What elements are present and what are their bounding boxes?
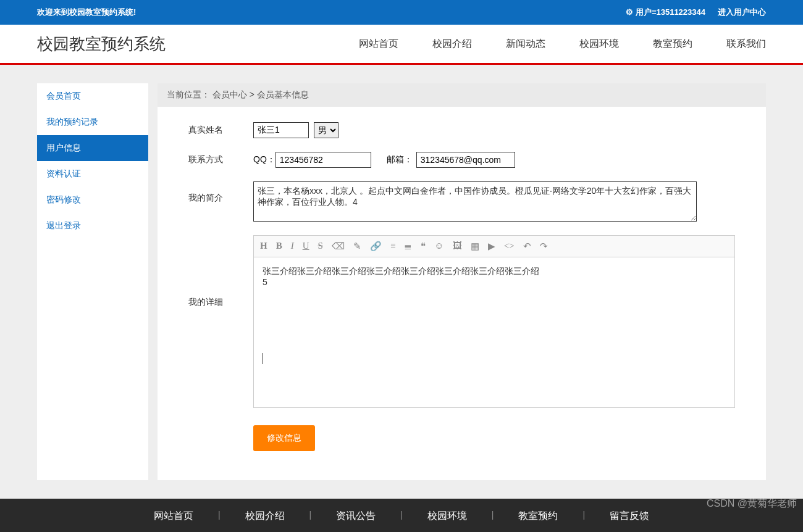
submit-button[interactable]: 修改信息 (253, 425, 315, 451)
tool-list-icon[interactable]: ≡ (390, 241, 395, 252)
input-qq[interactable] (275, 152, 371, 168)
footer-link-env[interactable]: 校园环境 (427, 510, 467, 523)
main-nav: 网站首页 校园介绍 新闻动态 校园环境 教室预约 联系我们 (359, 38, 766, 51)
topbar: 欢迎来到校园教室预约系统! 用户=13511223344 进入用户中心 (0, 0, 803, 25)
textarea-intro[interactable] (253, 181, 697, 222)
watermark: CSDN @黄菊华老师 (707, 497, 797, 510)
row-detail: 我的详细 H B I U S ⌫ ✎ 🔗 ≡ ≣ ❝ ☺ (188, 235, 735, 408)
user-center-link[interactable]: 进入用户中心 (718, 7, 766, 18)
header: 校园教室预约系统 网站首页 校园介绍 新闻动态 校园环境 教室预约 联系我们 (0, 25, 803, 65)
editor-detail[interactable] (254, 257, 734, 405)
select-gender[interactable]: 男 (314, 122, 338, 138)
row-intro: 我的简介 (188, 181, 735, 222)
nav-booking[interactable]: 教室预约 (653, 38, 692, 51)
nav-home[interactable]: 网站首页 (359, 38, 398, 51)
tool-heading-icon[interactable]: H (260, 241, 267, 252)
tool-link-icon[interactable]: 🔗 (370, 241, 382, 252)
sidebar-item-password[interactable]: 密码修改 (37, 187, 148, 213)
tool-strike-icon[interactable]: S (318, 241, 323, 252)
content-area: 会员首页 我的预约记录 用户信息 资料认证 密码修改 退出登录 当前位置： 会员… (0, 65, 803, 499)
tool-underline-icon[interactable]: U (303, 241, 309, 252)
form-area: 真实姓名 男 联系方式 QQ： 邮箱： 我的简介 我的详细 (158, 107, 766, 480)
label-name: 真实姓名 (188, 125, 253, 136)
footer-link-home[interactable]: 网站首页 (154, 510, 193, 523)
row-name: 真实姓名 男 (188, 122, 735, 138)
breadcrumb: 当前位置： 会员中心 > 会员基本信息 (158, 83, 766, 107)
tool-align-icon[interactable]: ≣ (404, 241, 412, 252)
nav-campus[interactable]: 校园介绍 (432, 38, 472, 51)
main-panel: 当前位置： 会员中心 > 会员基本信息 真实姓名 男 联系方式 QQ： 邮箱： … (158, 83, 766, 480)
label-email: 邮箱： (387, 154, 413, 165)
tool-undo-icon[interactable]: ↶ (523, 241, 531, 252)
input-email[interactable] (416, 152, 515, 168)
tool-redo-icon[interactable]: ↷ (540, 241, 548, 252)
label-intro: 我的简介 (188, 181, 253, 204)
footer-link-feedback[interactable]: 留言反馈 (610, 510, 649, 523)
label-contact: 联系方式 (188, 154, 253, 165)
tool-image-icon[interactable]: 🖼 (453, 241, 462, 252)
tool-emoji-icon[interactable]: ☺ (434, 241, 444, 252)
sidebar-item-records[interactable]: 我的预约记录 (37, 109, 148, 135)
sidebar: 会员首页 我的预约记录 用户信息 资料认证 密码修改 退出登录 (37, 83, 148, 480)
nav-environment[interactable]: 校园环境 (579, 38, 619, 51)
tool-code-icon[interactable]: <> (504, 241, 515, 252)
tool-table-icon[interactable]: ▦ (471, 241, 479, 252)
nav-news[interactable]: 新闻动态 (506, 38, 545, 51)
welcome-text: 欢迎来到校园教室预约系统! (37, 7, 136, 18)
topbar-right: 用户=13511223344 进入用户中心 (626, 7, 766, 18)
footer-link-campus[interactable]: 校园介绍 (245, 510, 285, 523)
sidebar-item-logout[interactable]: 退出登录 (37, 213, 148, 239)
sidebar-item-home[interactable]: 会员首页 (37, 83, 148, 109)
nav-contact[interactable]: 联系我们 (726, 38, 766, 51)
editor-toolbar: H B I U S ⌫ ✎ 🔗 ≡ ≣ ❝ ☺ 🖼 ▦ ▶ (253, 235, 735, 257)
tool-quote-icon[interactable]: ❝ (421, 241, 426, 252)
footer-nav: 网站首页| 校园介绍| 资讯公告| 校园环境| 教室预约| 留言反馈 (0, 499, 803, 532)
label-detail: 我的详细 (188, 235, 253, 308)
tool-bold-icon[interactable]: B (276, 241, 282, 252)
tool-erase-icon[interactable]: ⌫ (332, 241, 345, 252)
sidebar-item-verify[interactable]: 资料认证 (37, 161, 148, 187)
row-submit: 修改信息 (188, 425, 735, 451)
user-label[interactable]: 用户=13511223344 (626, 7, 705, 18)
text-cursor (263, 353, 263, 364)
tool-italic-icon[interactable]: I (291, 241, 294, 252)
site-logo: 校园教室预约系统 (37, 33, 166, 55)
footer-link-news[interactable]: 资讯公告 (336, 510, 376, 523)
input-name[interactable] (253, 122, 309, 138)
label-qq: QQ： (253, 154, 275, 165)
editor-wrap (253, 257, 735, 408)
tool-video-icon[interactable]: ▶ (488, 241, 495, 252)
editor-container: H B I U S ⌫ ✎ 🔗 ≡ ≣ ❝ ☺ 🖼 ▦ ▶ (253, 235, 735, 408)
row-contact: 联系方式 QQ： 邮箱： (188, 152, 735, 168)
gear-icon (626, 7, 636, 17)
footer-link-booking[interactable]: 教室预约 (518, 510, 558, 523)
sidebar-item-userinfo[interactable]: 用户信息 (37, 135, 148, 161)
tool-color-icon[interactable]: ✎ (353, 241, 361, 252)
